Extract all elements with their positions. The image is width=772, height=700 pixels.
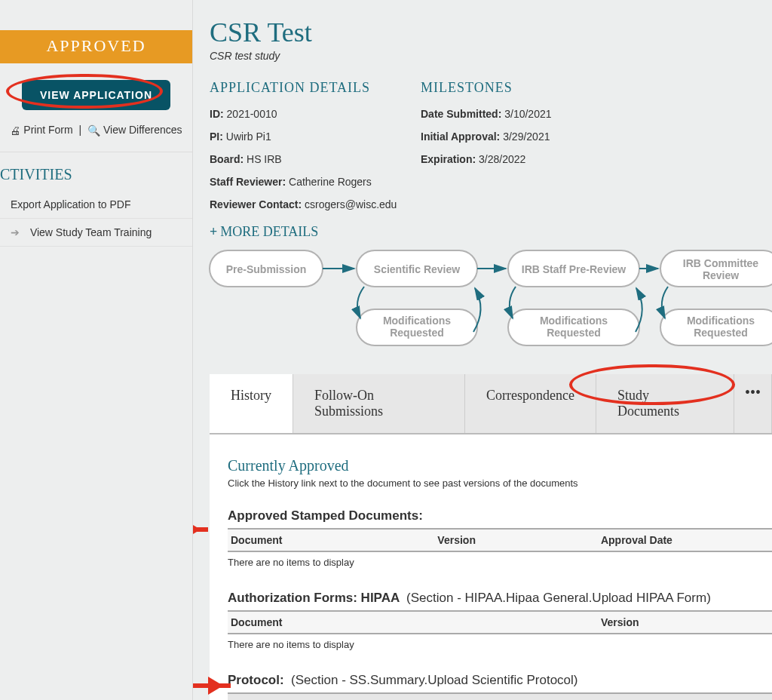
plus-icon: +	[210, 224, 217, 239]
currently-approved-subtext: Click the History link next to the docum…	[228, 477, 772, 489]
svg-text:IRB Committee: IRB Committee	[683, 257, 759, 269]
export-pdf-activity[interactable]: Export Application to PDF	[0, 191, 192, 219]
status-badge: APPROVED	[0, 30, 192, 63]
col-version: Version	[620, 693, 772, 700]
col-document: Document	[228, 693, 620, 700]
svg-text:Scientific Review: Scientific Review	[374, 263, 460, 275]
col-version: Version	[598, 611, 772, 634]
svg-text:Review: Review	[703, 269, 739, 281]
print-icon: 🖨	[10, 124, 20, 137]
separator: |	[79, 124, 82, 136]
search-icon: 🔍	[87, 124, 100, 137]
tab-history[interactable]: History	[210, 374, 293, 433]
col-document: Document	[228, 611, 598, 634]
milestone-submitted: 3/10/2021	[504, 108, 551, 120]
hipaa-empty: There are no items to display	[228, 634, 772, 673]
view-differences-link[interactable]: View Differences	[103, 124, 182, 136]
detail-id: 2021-0010	[227, 108, 277, 120]
view-application-button[interactable]: VIEW APPLICATION	[22, 80, 170, 110]
annotation-arrow	[193, 683, 231, 688]
page-title: CSR Test	[210, 17, 772, 48]
detail-contact: csrogers@wisc.edu	[305, 198, 397, 210]
tab-study-documents[interactable]: Study Documents	[596, 374, 734, 433]
tab-strip: History Follow-On Submissions Correspond…	[210, 374, 772, 434]
svg-text:Modifications: Modifications	[383, 315, 451, 327]
print-form-link[interactable]: Print Form	[23, 124, 72, 136]
svg-text:Requested: Requested	[694, 327, 748, 339]
currently-approved-header: Currently Approved	[228, 457, 772, 474]
detail-staff: Catherine Rogers	[289, 176, 372, 188]
col-version: Version	[434, 529, 598, 551]
approved-stamped-table: Document Version Approval Date	[228, 528, 772, 552]
detail-pi: Uwirb Pi1	[226, 130, 271, 143]
approved-stamped-title: Approved Stamped Documents:	[228, 508, 772, 523]
workflow-diagram: Pre-Submission Scientific Review IRB Sta…	[210, 249, 772, 355]
application-details-header: APPLICATION DETAILS	[210, 80, 421, 96]
svg-text:Requested: Requested	[390, 327, 444, 339]
tabs-panel: History Follow-On Submissions Correspond…	[210, 374, 772, 700]
svg-text:Modifications: Modifications	[687, 315, 755, 327]
page-subtitle: CSR test study	[210, 50, 772, 62]
milestone-expiration: 3/28/2022	[479, 153, 525, 165]
protocol-title: Protocol: (Section - SS.Summary.Upload S…	[228, 673, 772, 688]
detail-board: HS IRB	[247, 153, 282, 165]
protocol-table: Document Version ↺ protocol 0.01	[228, 692, 772, 700]
activities-header: CTIVITIES	[0, 152, 192, 191]
milestone-approval: 3/29/2021	[503, 130, 550, 143]
svg-text:IRB Staff Pre-Review: IRB Staff Pre-Review	[522, 263, 626, 275]
annotation-arrow	[193, 527, 208, 532]
sidebar: APPROVED VIEW APPLICATION 🖨 Print Form |…	[0, 0, 193, 700]
svg-text:Pre-Submission: Pre-Submission	[226, 263, 307, 275]
svg-text:Modifications: Modifications	[540, 315, 608, 327]
milestones-header: MILESTONES	[421, 80, 632, 96]
hipaa-title: Authorization Forms: HIPAA (Section - HI…	[228, 591, 772, 606]
more-details-toggle[interactable]: +MORE DETAILS	[210, 224, 772, 240]
approved-stamped-empty: There are no items to display	[228, 552, 772, 591]
hipaa-table: Document Version	[228, 610, 772, 634]
col-document: Document	[228, 529, 434, 551]
arrow-right-icon: ➔	[11, 226, 20, 238]
tab-correspondence[interactable]: Correspondence	[465, 374, 596, 433]
col-approval-date: Approval Date	[598, 529, 772, 551]
tab-follow-on[interactable]: Follow-On Submissions	[293, 374, 465, 433]
study-documents-body: Currently Approved Click the History lin…	[210, 434, 772, 700]
tab-more[interactable]: •••	[734, 374, 772, 433]
view-training-activity[interactable]: ➔ View Study Team Training	[0, 219, 192, 247]
svg-text:Requested: Requested	[547, 327, 601, 339]
main-content: CSR Test CSR test study APPLICATION DETA…	[193, 0, 772, 700]
